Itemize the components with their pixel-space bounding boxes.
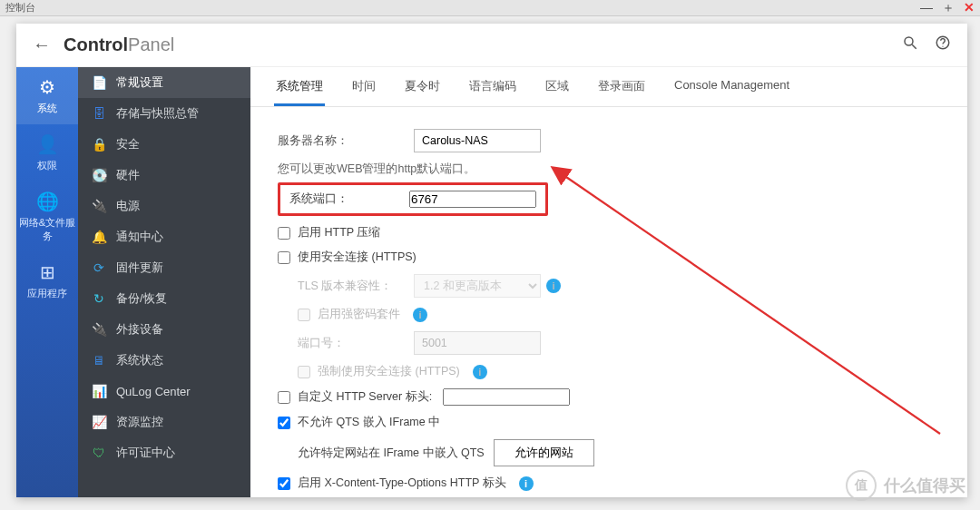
no-iframe-label: 不允许 QTS 嵌入 IFrame 中	[298, 415, 440, 430]
sidenav-item-2[interactable]: 🔒安全	[78, 129, 250, 160]
info-icon[interactable]: i	[546, 279, 561, 293]
iframe-allow-button[interactable]: 允许的网站	[494, 439, 594, 466]
window-minimize-icon[interactable]: —	[920, 0, 933, 16]
sidenav-item-5[interactable]: 🔔通知中心	[78, 221, 250, 252]
rail-label: 应用程序	[27, 288, 67, 299]
info-icon[interactable]: i	[519, 476, 534, 491]
sidenav-icon: 🛡	[91, 445, 107, 461]
sidenav-icon: 🗄	[91, 105, 107, 122]
xcto-checkbox[interactable]	[278, 477, 290, 490]
tls-label: TLS 版本兼容性：	[298, 279, 414, 294]
rail-icon: 👤	[16, 133, 78, 155]
sidenav-label: 通知中心	[116, 229, 163, 245]
sidenav-item-8[interactable]: 🔌外接设备	[78, 314, 250, 345]
sidenav-icon: 🔌	[91, 321, 107, 338]
sidenav-item-6[interactable]: ⟳固件更新	[78, 252, 250, 283]
sidenav-item-4[interactable]: 🔌电源	[78, 191, 250, 221]
sidenav-label: 硬件	[116, 167, 140, 183]
window-close-icon[interactable]: ✕	[964, 0, 975, 16]
http-compress-checkbox[interactable]	[278, 227, 290, 240]
page-title-thin: Panel	[128, 34, 174, 54]
tab-4[interactable]: 区域	[544, 67, 571, 106]
tab-3[interactable]: 语言编码	[467, 67, 518, 106]
port-hint: 您可以更改WEB管理的http默认端口。	[278, 162, 940, 177]
tls-select: 1.2 和更高版本	[414, 274, 541, 298]
server-name-input[interactable]	[414, 129, 541, 152]
sidenav-icon: ↻	[91, 290, 107, 307]
iframe-allow-text: 允许特定网站在 IFrame 中嵌入 QTS	[298, 446, 485, 461]
info-icon[interactable]: i	[473, 365, 487, 379]
rail-icon: ⊞	[16, 261, 78, 283]
sidenav-icon: 📈	[91, 414, 107, 430]
rail-item-1[interactable]: 👤权限	[16, 124, 78, 181]
page-title-strong: Control	[64, 34, 128, 54]
window-titlebar: 控制台 — ＋ ✕	[0, 0, 980, 16]
no-iframe-checkbox[interactable]	[278, 417, 290, 429]
rail-label: 网络&文件服务	[19, 217, 75, 241]
sidenav-icon: 🔔	[91, 229, 107, 245]
sidenav-icon: 📄	[91, 74, 107, 91]
force-https-checkbox	[298, 366, 310, 378]
info-icon[interactable]: i	[413, 308, 427, 322]
custom-header-label: 自定义 HTTP Server 标头:	[298, 389, 432, 405]
sidenav-icon: 🖥	[91, 352, 107, 368]
sidenav-label: 固件更新	[116, 260, 163, 276]
strong-cipher-label: 启用强密码套件	[318, 307, 400, 322]
tab-2[interactable]: 夏令时	[403, 67, 442, 106]
control-panel-window: ← ControlPanel ⚙系统👤权限🌐网络&文件服务⊞应用程序 📄常规设置…	[16, 24, 967, 497]
main-area: 系统管理时间夏令时语言编码区域登录画面Console Management 服务…	[250, 67, 967, 497]
force-https-label: 强制使用安全连接 (HTTPS)	[318, 364, 460, 379]
sidenav-icon: ⟳	[91, 260, 107, 276]
custom-header-input[interactable]	[443, 388, 570, 406]
http-compress-label: 启用 HTTP 压缩	[298, 225, 380, 240]
rail-icon: 🌐	[16, 191, 78, 212]
rail-label: 权限	[37, 160, 57, 171]
system-port-input[interactable]	[409, 191, 536, 208]
tab-bar: 系统管理时间夏令时语言编码区域登录画面Console Management	[250, 67, 967, 107]
sidenav-item-7[interactable]: ↻备份/恢复	[78, 283, 250, 314]
sidenav-icon: 🔌	[91, 198, 107, 214]
svg-point-0	[905, 37, 913, 45]
back-icon[interactable]: ←	[33, 34, 51, 55]
rail-icon: ⚙	[16, 76, 78, 98]
https-port-input	[414, 331, 541, 355]
content-pane: 服务器名称： 您可以更改WEB管理的http默认端口。 系统端口： 启用 HTT…	[250, 107, 967, 497]
sidenav-item-11[interactable]: 📈资源监控	[78, 407, 250, 437]
window-title: 控制台	[5, 1, 35, 15]
rail-item-2[interactable]: 🌐网络&文件服务	[16, 181, 78, 252]
tab-6[interactable]: Console Management	[672, 67, 791, 106]
sidenav-label: 常规设置	[116, 74, 163, 91]
sidenav-label: 存储与快照总管	[116, 105, 199, 122]
sidenav-item-10[interactable]: 📊QuLog Center	[78, 376, 250, 407]
help-icon[interactable]	[935, 34, 951, 55]
server-name-label: 服务器名称：	[278, 133, 414, 149]
tab-0[interactable]: 系统管理	[274, 67, 325, 106]
sidenav-item-0[interactable]: 📄常规设置	[78, 67, 250, 98]
svg-point-3	[942, 46, 943, 47]
https-port-label: 端口号：	[298, 336, 414, 351]
side-nav: 📄常规设置🗄存储与快照总管🔒安全💽硬件🔌电源🔔通知中心⟳固件更新↻备份/恢复🔌外…	[78, 67, 250, 497]
sidenav-item-12[interactable]: 🛡许可证中心	[78, 437, 250, 468]
svg-line-1	[912, 44, 916, 49]
sidenav-item-9[interactable]: 🖥系统状态	[78, 345, 250, 376]
sidenav-item-3[interactable]: 💽硬件	[78, 160, 250, 191]
window-maximize-icon[interactable]: ＋	[942, 0, 955, 16]
rail-item-3[interactable]: ⊞应用程序	[16, 252, 78, 309]
https-enable-checkbox[interactable]	[278, 251, 290, 264]
search-icon[interactable]	[902, 34, 918, 55]
sidenav-label: 许可证中心	[116, 445, 175, 461]
sidenav-label: 系统状态	[116, 352, 163, 368]
panel-header: ← ControlPanel	[16, 24, 967, 67]
strong-cipher-checkbox	[298, 309, 310, 321]
rail-item-0[interactable]: ⚙系统	[16, 67, 78, 124]
sidenav-icon: 💽	[91, 167, 107, 183]
sidenav-item-1[interactable]: 🗄存储与快照总管	[78, 98, 250, 129]
rail-label: 系统	[37, 103, 57, 113]
custom-header-checkbox[interactable]	[278, 391, 290, 404]
tab-1[interactable]: 时间	[350, 67, 377, 106]
sidenav-icon: 🔒	[91, 136, 107, 152]
page-title: ControlPanel	[64, 34, 174, 55]
sidenav-label: 外接设备	[116, 321, 163, 338]
https-enable-label: 使用安全连接 (HTTPS)	[298, 250, 416, 265]
tab-5[interactable]: 登录画面	[596, 67, 647, 106]
